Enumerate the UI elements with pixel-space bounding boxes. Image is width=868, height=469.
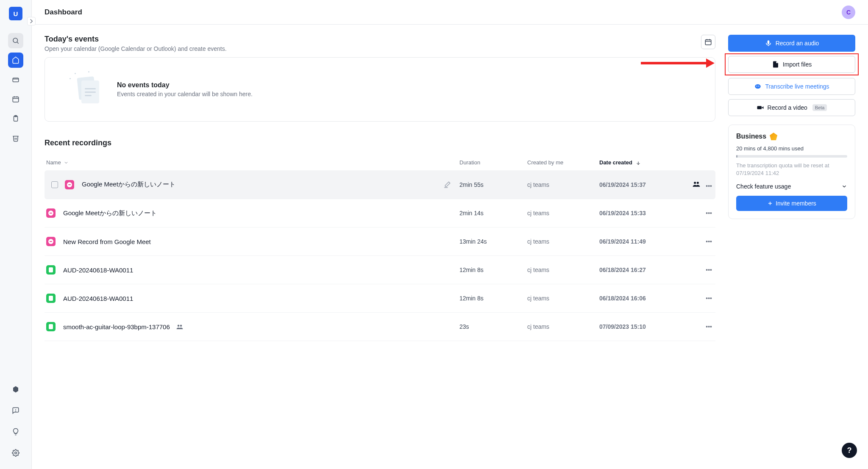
invite-label: Invite members — [776, 200, 816, 207]
business-badge-icon — [770, 133, 777, 140]
open-calendar-button[interactable] — [701, 35, 715, 49]
shared-icon — [176, 323, 184, 330]
help-button[interactable]: ? — [842, 443, 857, 458]
search-button[interactable] — [8, 33, 23, 48]
row-checkbox[interactable] — [51, 181, 58, 188]
column-date[interactable]: Date created — [599, 159, 684, 166]
folders-button[interactable] — [8, 72, 23, 87]
table-row[interactable]: AUD-20240618-WA001112min 8scj teams06/18… — [45, 256, 715, 284]
home-button[interactable] — [8, 53, 23, 68]
recording-name: Google Meetからの新しいノート — [63, 209, 157, 217]
chevron-down-icon — [64, 160, 69, 165]
page-title: Dashboard — [45, 8, 82, 17]
workspace-avatar[interactable]: U — [9, 7, 22, 20]
import-files-button[interactable]: Import files — [728, 56, 855, 73]
more-actions-button[interactable]: ••• — [704, 322, 714, 332]
record-video-label: Record a video — [768, 104, 807, 111]
user-avatar[interactable]: C — [842, 6, 855, 19]
record-audio-label: Record an audio — [776, 40, 819, 47]
feature-usage-label: Check feature usage — [736, 183, 791, 190]
sidebar: U — [0, 0, 32, 469]
recording-name: Google Meetからの新しいノート — [82, 180, 175, 189]
recording-date: 06/18/2024 16:27 — [599, 266, 684, 273]
events-title: Today's events — [45, 35, 701, 44]
recording-creator: cj teams — [527, 295, 599, 302]
hexagon-icon — [12, 386, 19, 393]
events-subtitle: Open your calendar (Google Calendar or O… — [45, 45, 701, 52]
svg-point-0 — [13, 38, 18, 43]
sidebar-expand-button[interactable] — [27, 17, 36, 25]
trash-icon — [12, 134, 19, 142]
edit-icon[interactable] — [443, 181, 451, 189]
lightbulb-icon — [12, 428, 19, 436]
audio-file-icon — [46, 322, 56, 331]
svg-line-1 — [17, 42, 18, 43]
business-card: Business 20 mins of 4,800 mins used The … — [728, 125, 855, 219]
table-row[interactable]: Google Meetからの新しいノート2min 55scj teams06/1… — [45, 170, 715, 199]
recording-duration: 2min 14s — [459, 210, 527, 216]
file-import-icon — [772, 61, 779, 68]
table-row[interactable]: smooth-ac-guitar-loop-93bpm-13770623scj … — [45, 313, 715, 341]
more-actions-button[interactable]: ••• — [704, 181, 714, 191]
more-actions-button[interactable]: ••• — [704, 208, 714, 218]
calendar-button[interactable] — [8, 92, 23, 107]
recording-duration: 23s — [459, 323, 527, 330]
meet-recording-icon — [46, 208, 56, 218]
feedback-button[interactable] — [8, 403, 23, 418]
meet-recording-icon — [65, 180, 74, 189]
empty-illustration — [62, 70, 104, 108]
recording-creator: cj teams — [527, 266, 599, 273]
table-header: Name Duration Created by me Date created — [45, 155, 715, 170]
tips-button[interactable] — [8, 424, 23, 439]
recording-duration: 13min 24s — [459, 238, 527, 245]
business-reset-notice: The transcription quota will be reset at… — [736, 162, 847, 177]
recording-date: 06/19/2024 11:49 — [599, 238, 684, 245]
recording-duration: 12min 8s — [459, 266, 527, 273]
svg-point-23 — [755, 84, 761, 89]
search-icon — [12, 37, 19, 44]
column-name-label: Name — [46, 159, 61, 166]
import-files-label: Import files — [783, 61, 812, 68]
more-actions-button[interactable]: ••• — [704, 236, 714, 247]
svg-rect-12 — [705, 40, 711, 45]
apps-button[interactable] — [8, 382, 23, 397]
more-actions-button[interactable]: ••• — [704, 265, 714, 275]
column-creator[interactable]: Created by me — [527, 159, 599, 166]
feature-usage-toggle[interactable]: Check feature usage — [736, 183, 847, 190]
table-row[interactable]: New Record from Google Meet13min 24scj t… — [45, 228, 715, 256]
more-actions-button[interactable]: ••• — [704, 293, 714, 303]
table-row[interactable]: Google Meetからの新しいノート2min 14scj teams06/1… — [45, 199, 715, 228]
bot-icon — [754, 83, 762, 90]
record-video-button[interactable]: Record a video Beta — [728, 99, 855, 116]
record-audio-button[interactable]: Record an audio — [728, 35, 855, 52]
chat-icon — [12, 407, 19, 414]
recording-name: AUD-20240618-WA0011 — [63, 266, 133, 274]
trash-button[interactable] — [8, 130, 23, 146]
plus-icon — [767, 200, 773, 206]
svg-rect-26 — [757, 106, 762, 109]
transcribe-meetings-button[interactable]: Transcribe live meetings — [728, 78, 855, 95]
business-title: Business — [736, 133, 766, 140]
recording-name: AUD-20240618-WA0011 — [63, 295, 133, 302]
svg-point-21 — [180, 325, 182, 327]
column-date-label: Date created — [599, 159, 632, 166]
column-name[interactable]: Name — [46, 159, 459, 166]
audio-file-icon — [46, 265, 56, 275]
calendar-icon — [12, 95, 19, 103]
recording-date: 06/19/2024 15:37 — [599, 181, 684, 188]
recording-name: smooth-ac-guitar-loop-93bpm-137706 — [63, 323, 170, 330]
shared-icon[interactable] — [692, 180, 701, 188]
audio-file-icon — [46, 294, 56, 303]
calendar-icon — [704, 38, 712, 46]
tasks-button[interactable] — [8, 111, 23, 126]
settings-button[interactable] — [8, 445, 23, 461]
invite-members-button[interactable]: Invite members — [736, 196, 847, 211]
recording-date: 06/19/2024 15:33 — [599, 210, 684, 216]
recording-date: 07/09/2023 15:10 — [599, 323, 684, 330]
table-row[interactable]: AUD-20240618-WA001112min 8scj teams06/18… — [45, 284, 715, 313]
column-duration[interactable]: Duration — [459, 159, 527, 166]
folder-icon — [12, 76, 19, 83]
topbar: Dashboard C — [32, 0, 868, 25]
recording-creator: cj teams — [527, 238, 599, 245]
recording-duration: 2min 55s — [459, 181, 527, 188]
